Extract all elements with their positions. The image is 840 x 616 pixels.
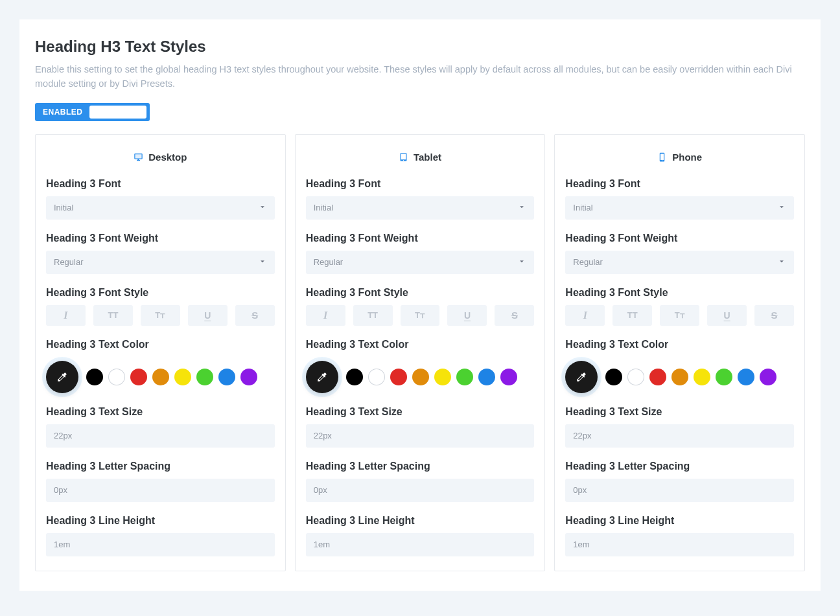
- italic-button[interactable]: I: [306, 305, 345, 326]
- color-swatch-6[interactable]: [738, 369, 754, 385]
- color-swatch-0[interactable]: [86, 369, 103, 385]
- color-swatch-1[interactable]: [627, 369, 644, 385]
- label-font: Heading 3 Font: [46, 178, 275, 190]
- italic-button[interactable]: I: [46, 305, 86, 326]
- device-column-tablet: Tablet Heading 3 Font Initial Heading 3 …: [295, 134, 546, 571]
- chevron-down-icon: [777, 257, 786, 268]
- label-color: Heading 3 Text Color: [306, 339, 535, 350]
- smallcaps-button[interactable]: Tᴛ: [401, 305, 440, 326]
- label-color: Heading 3 Text Color: [46, 339, 275, 350]
- color-swatch-7[interactable]: [760, 369, 776, 385]
- label-spacing: Heading 3 Letter Spacing: [565, 461, 794, 472]
- color-swatches: [565, 357, 794, 393]
- color-picker-button[interactable]: [306, 361, 338, 393]
- size-input[interactable]: 22px: [565, 424, 794, 448]
- color-swatch-3[interactable]: [152, 369, 169, 385]
- size-input[interactable]: 22px: [46, 424, 275, 448]
- color-swatch-3[interactable]: [412, 369, 429, 385]
- color-swatch-4[interactable]: [174, 369, 191, 385]
- smallcaps-button[interactable]: Tᴛ: [141, 305, 180, 326]
- toggle-label: ENABLED: [43, 108, 83, 117]
- device-column-phone: Phone Heading 3 Font Initial Heading 3 F…: [554, 134, 805, 571]
- color-swatch-6[interactable]: [218, 369, 235, 385]
- uppercase-button[interactable]: TT: [93, 305, 133, 326]
- spacing-input[interactable]: 0px: [565, 479, 794, 502]
- uppercase-button[interactable]: TT: [353, 305, 393, 326]
- weight-select[interactable]: Regular: [565, 251, 794, 274]
- label-weight: Heading 3 Font Weight: [306, 233, 535, 244]
- chevron-down-icon: [258, 202, 267, 213]
- label-spacing: Heading 3 Letter Spacing: [306, 461, 535, 472]
- weight-select[interactable]: Regular: [46, 251, 275, 274]
- toggle-knob: [89, 106, 146, 119]
- weight-select[interactable]: Regular: [306, 251, 535, 274]
- spacing-input[interactable]: 0px: [306, 479, 535, 502]
- label-size: Heading 3 Text Size: [306, 406, 535, 418]
- color-swatch-6[interactable]: [478, 369, 495, 385]
- color-swatch-2[interactable]: [390, 369, 407, 385]
- size-input[interactable]: 22px: [306, 424, 535, 448]
- color-swatch-3[interactable]: [671, 369, 688, 385]
- strikethrough-button[interactable]: S: [235, 305, 275, 326]
- color-swatch-5[interactable]: [456, 369, 473, 385]
- uppercase-button[interactable]: TT: [612, 305, 652, 326]
- font-select[interactable]: Initial: [565, 196, 794, 220]
- color-swatch-1[interactable]: [368, 369, 385, 385]
- lineheight-input[interactable]: 1em: [565, 533, 794, 556]
- color-swatch-1[interactable]: [108, 369, 125, 385]
- label-spacing: Heading 3 Letter Spacing: [46, 461, 275, 472]
- italic-button[interactable]: I: [565, 305, 605, 326]
- underline-button[interactable]: U: [707, 305, 747, 326]
- column-header-desktop: Desktop: [46, 152, 275, 163]
- enable-toggle[interactable]: ENABLED: [35, 103, 150, 121]
- label-style: Heading 3 Font Style: [46, 287, 275, 299]
- column-header-tablet: Tablet: [306, 152, 535, 163]
- color-swatch-5[interactable]: [716, 369, 732, 385]
- strikethrough-button[interactable]: S: [754, 305, 794, 326]
- color-swatch-7[interactable]: [240, 369, 257, 385]
- strikethrough-button[interactable]: S: [495, 305, 534, 326]
- label-font: Heading 3 Font: [565, 178, 794, 190]
- underline-button[interactable]: U: [447, 305, 487, 326]
- color-picker-button[interactable]: [46, 361, 78, 393]
- device-columns: Desktop Heading 3 Font Initial Heading 3…: [35, 134, 805, 571]
- font-style-buttons: I TT Tᴛ U S: [306, 305, 535, 326]
- column-header-phone: Phone: [565, 152, 794, 163]
- page-description: Enable this setting to set the global he…: [35, 62, 805, 91]
- color-swatch-0[interactable]: [346, 369, 363, 385]
- color-swatches: [46, 357, 275, 393]
- device-column-desktop: Desktop Heading 3 Font Initial Heading 3…: [35, 134, 286, 571]
- color-picker-button[interactable]: [565, 361, 598, 393]
- color-swatches: [306, 357, 535, 393]
- underline-button[interactable]: U: [188, 305, 228, 326]
- label-style: Heading 3 Font Style: [306, 287, 535, 299]
- label-weight: Heading 3 Font Weight: [46, 233, 275, 244]
- spacing-input[interactable]: 0px: [46, 479, 275, 502]
- color-swatch-4[interactable]: [434, 369, 451, 385]
- color-swatch-0[interactable]: [605, 369, 622, 385]
- column-title: Phone: [672, 152, 702, 163]
- tablet-icon: [399, 152, 408, 162]
- page-title: Heading H3 Text Styles: [35, 38, 805, 56]
- font-select[interactable]: Initial: [306, 196, 535, 220]
- label-lineheight: Heading 3 Line Height: [565, 515, 794, 527]
- color-swatch-2[interactable]: [649, 369, 666, 385]
- label-size: Heading 3 Text Size: [46, 406, 275, 418]
- font-style-buttons: I TT Tᴛ U S: [46, 305, 275, 326]
- lineheight-input[interactable]: 1em: [46, 533, 275, 556]
- font-select[interactable]: Initial: [46, 196, 275, 220]
- color-swatch-5[interactable]: [196, 369, 213, 385]
- color-swatch-2[interactable]: [130, 369, 147, 385]
- column-title: Desktop: [148, 152, 187, 163]
- lineheight-input[interactable]: 1em: [306, 533, 535, 556]
- label-font: Heading 3 Font: [306, 178, 535, 190]
- label-weight: Heading 3 Font Weight: [565, 233, 794, 244]
- color-swatch-7[interactable]: [500, 369, 517, 385]
- label-lineheight: Heading 3 Line Height: [46, 515, 275, 527]
- color-swatch-4[interactable]: [694, 369, 710, 385]
- chevron-down-icon: [517, 202, 526, 213]
- smallcaps-button[interactable]: Tᴛ: [660, 305, 699, 326]
- settings-panel: Heading H3 Text Styles Enable this setti…: [19, 19, 821, 591]
- label-lineheight: Heading 3 Line Height: [306, 515, 535, 527]
- column-title: Tablet: [414, 152, 441, 163]
